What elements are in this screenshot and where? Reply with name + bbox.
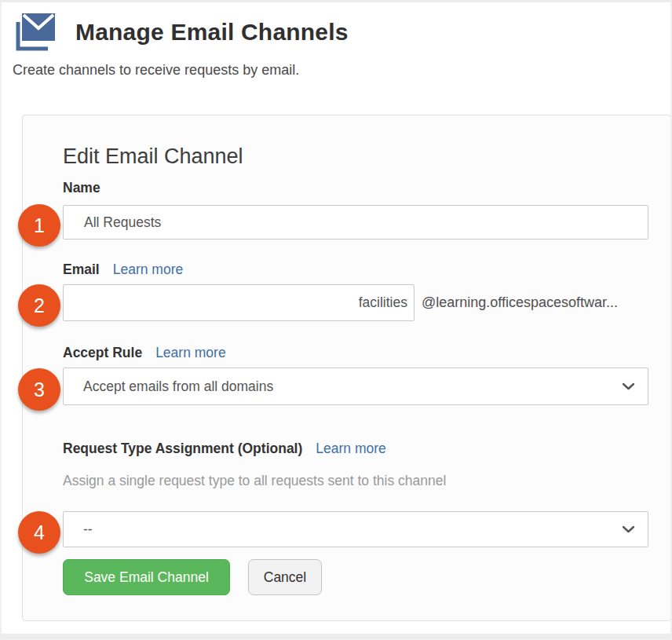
edit-email-channel-card: Edit Email Channel Name Email Learn more… bbox=[22, 115, 671, 621]
accept-rule-label: Accept Rule bbox=[63, 345, 142, 361]
callout-badge-4: 4 bbox=[18, 511, 60, 554]
name-label: Name bbox=[63, 180, 100, 196]
cancel-button[interactable]: Cancel bbox=[248, 559, 322, 595]
accept-rule-selected-value: Accept emails from all domains bbox=[83, 379, 273, 395]
page-header: Manage Email Channels Create channels to… bbox=[13, 12, 349, 79]
save-email-channel-button[interactable]: Save Email Channel bbox=[63, 559, 230, 595]
page-subtitle: Create channels to receive requests by e… bbox=[13, 62, 349, 79]
request-type-helper-text: Assign a single request type to all requ… bbox=[63, 473, 648, 489]
chevron-down-icon bbox=[622, 525, 635, 533]
email-local-part-input[interactable] bbox=[63, 284, 415, 321]
email-learn-more-link[interactable]: Learn more bbox=[113, 261, 184, 278]
name-input[interactable] bbox=[63, 205, 648, 240]
callout-badge-1: 1 bbox=[18, 204, 60, 247]
card-heading: Edit Email Channel bbox=[63, 144, 648, 169]
accept-rule-learn-more-link[interactable]: Learn more bbox=[155, 345, 226, 361]
callout-badge-3: 3 bbox=[18, 368, 60, 411]
callout-badge-2: 2 bbox=[18, 284, 60, 327]
email-label: Email bbox=[63, 261, 100, 278]
request-type-learn-more-link[interactable]: Learn more bbox=[316, 441, 386, 457]
chevron-down-icon bbox=[622, 382, 635, 390]
next-section-edge bbox=[2, 634, 670, 638]
page-title: Manage Email Channels bbox=[75, 19, 349, 46]
manage-email-channels-page: Manage Email Channels Create channels to… bbox=[0, 0, 672, 640]
request-type-selected-value: -- bbox=[83, 521, 93, 538]
request-type-select[interactable]: -- bbox=[63, 511, 648, 547]
email-channels-icon bbox=[13, 12, 55, 53]
request-type-label: Request Type Assignment (Optional) bbox=[63, 441, 302, 457]
accept-rule-select[interactable]: Accept emails from all domains bbox=[63, 368, 648, 405]
email-domain-text: @learning.officespacesoftwar... bbox=[422, 294, 618, 311]
